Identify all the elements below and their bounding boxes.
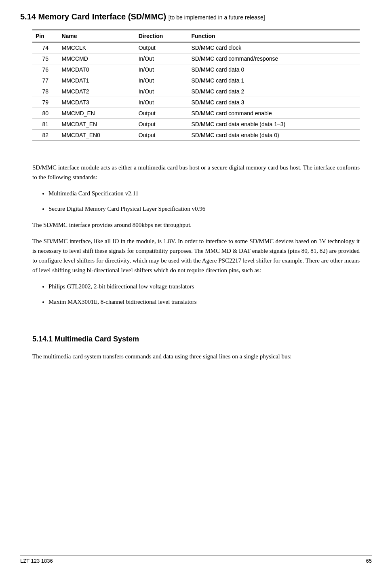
cell-function: SD/MMC card data enable (data 1–3) <box>188 119 360 130</box>
list-item: Multimedia Card Specification v2.11 <box>48 189 360 198</box>
table-row: 78MMCDAT2In/OutSD/MMC card data 2 <box>32 86 360 97</box>
cell-pin: 81 <box>32 119 58 130</box>
table-row: 75MMCCMDIn/OutSD/MMC card command/respon… <box>32 53 360 64</box>
paragraph-3: The SD/MMC interface, like all IO in the… <box>32 236 360 275</box>
col-name: Name <box>58 30 135 42</box>
cell-pin: 79 <box>32 97 58 108</box>
paragraph-2: The SD/MMC interface provides around 800… <box>32 220 360 230</box>
cell-pin: 82 <box>32 130 58 141</box>
cell-function: SD/MMC card data 0 <box>188 64 360 75</box>
cell-function: SD/MMC card data 2 <box>188 86 360 97</box>
cell-direction: In/Out <box>135 53 188 64</box>
cell-function: SD/MMC card clock <box>188 42 360 53</box>
cell-name: MMCMD_EN <box>58 108 135 119</box>
paragraph-4: The multimedia card system transfers com… <box>32 352 360 361</box>
cell-name: MMCDAT_EN0 <box>58 130 135 141</box>
subtitle-text: [to be implemented in a future release] <box>169 14 265 21</box>
col-function: Function <box>188 30 360 42</box>
col-direction: Direction <box>135 30 188 42</box>
cell-direction: In/Out <box>135 86 188 97</box>
cell-name: MMCDAT_EN <box>58 119 135 130</box>
paragraph-1: SD/MMC interface module acts as either a… <box>32 163 360 182</box>
pin-table-wrapper: Pin Name Direction Function 74MMCCLKOutp… <box>32 30 360 141</box>
table-row: 82MMCDAT_EN0OutputSD/MMC card data enabl… <box>32 130 360 141</box>
table-row: 81MMCDAT_ENOutputSD/MMC card data enable… <box>32 119 360 130</box>
cell-pin: 78 <box>32 86 58 97</box>
footer-left: LZT 123 1836 <box>20 558 53 564</box>
section-body: SD/MMC interface module acts as either a… <box>32 163 360 361</box>
page-title: 5.14 Memory Card Interface (SD/MMC) [to … <box>20 12 372 21</box>
page-footer: LZT 123 1836 65 <box>20 555 372 564</box>
cell-pin: 74 <box>32 42 58 53</box>
cell-direction: In/Out <box>135 64 188 75</box>
table-row: 77MMCDAT1In/OutSD/MMC card data 1 <box>32 75 360 86</box>
cell-name: MMCDAT1 <box>58 75 135 86</box>
subsection-title: 5.14.1 Multimedia Card System <box>32 335 360 343</box>
bullet-list-1: Multimedia Card Specification v2.11Secur… <box>48 189 360 214</box>
cell-function: SD/MMC card data enable (data 0) <box>188 130 360 141</box>
cell-function: SD/MMC card data 1 <box>188 75 360 86</box>
cell-name: MMCCMD <box>58 53 135 64</box>
cell-pin: 77 <box>32 75 58 86</box>
cell-direction: Output <box>135 130 188 141</box>
list-item: Secure Digital Memory Card Physical Laye… <box>48 204 360 214</box>
list-item: Maxim MAX3001E, 8-channel bidirectional … <box>48 297 360 307</box>
list-item: Philips GTL2002, 2-bit bidirectional low… <box>48 282 360 291</box>
title-text: 5.14 Memory Card Interface (SD/MMC) <box>20 12 166 21</box>
cell-function: SD/MMC card command/response <box>188 53 360 64</box>
table-row: 80MMCMD_ENOutputSD/MMC card command enab… <box>32 108 360 119</box>
cell-name: MMCDAT2 <box>58 86 135 97</box>
bullet-list-2: Philips GTL2002, 2-bit bidirectional low… <box>48 282 360 307</box>
pin-table: Pin Name Direction Function 74MMCCLKOutp… <box>32 30 360 141</box>
cell-direction: Output <box>135 42 188 53</box>
cell-function: SD/MMC card command enable <box>188 108 360 119</box>
table-row: 79MMCDAT3In/OutSD/MMC card data 3 <box>32 97 360 108</box>
table-header-row: Pin Name Direction Function <box>32 30 360 42</box>
cell-name: MMCDAT0 <box>58 64 135 75</box>
table-row: 76MMCDAT0In/OutSD/MMC card data 0 <box>32 64 360 75</box>
cell-name: MMCDAT3 <box>58 97 135 108</box>
cell-name: MMCCLK <box>58 42 135 53</box>
cell-pin: 80 <box>32 108 58 119</box>
cell-direction: In/Out <box>135 75 188 86</box>
cell-direction: In/Out <box>135 97 188 108</box>
cell-function: SD/MMC card data 3 <box>188 97 360 108</box>
footer-right: 65 <box>366 558 372 564</box>
cell-pin: 76 <box>32 64 58 75</box>
cell-pin: 75 <box>32 53 58 64</box>
table-row: 74MMCCLKOutputSD/MMC card clock <box>32 42 360 53</box>
cell-direction: Output <box>135 119 188 130</box>
col-pin: Pin <box>32 30 58 42</box>
cell-direction: Output <box>135 108 188 119</box>
